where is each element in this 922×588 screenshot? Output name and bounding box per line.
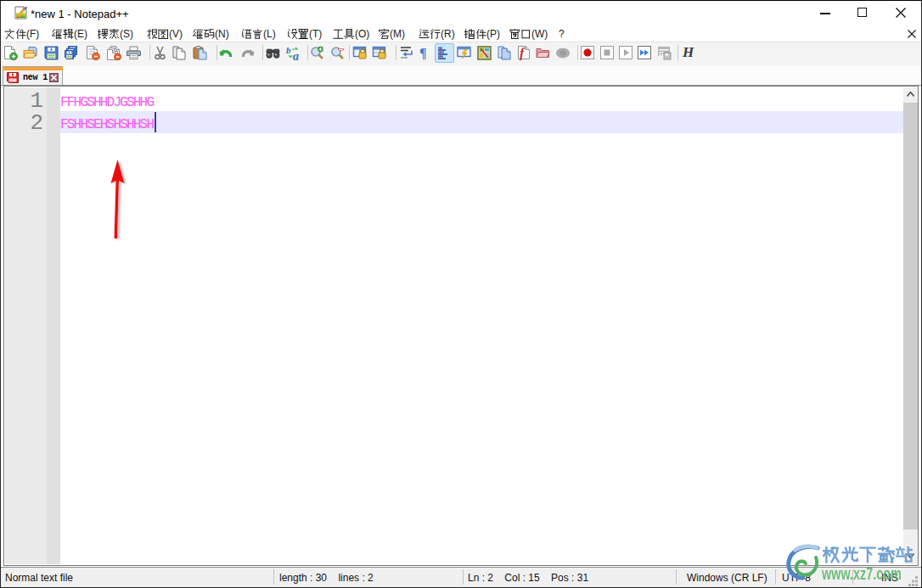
svg-text:¶: ¶ [419, 46, 427, 60]
svg-text:b: b [286, 46, 291, 55]
svg-text:a: a [293, 50, 299, 60]
